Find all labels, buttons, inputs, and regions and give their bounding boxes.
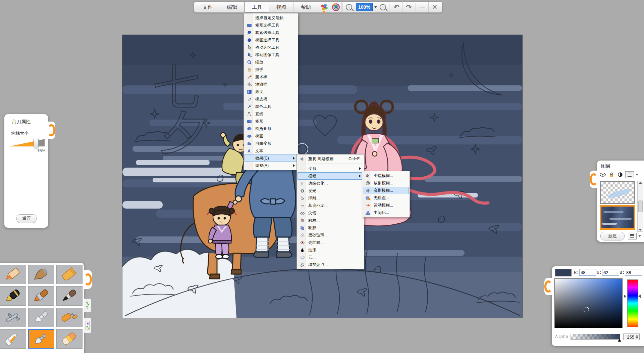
layer-options-menu-button[interactable] [625, 171, 634, 178]
zoom-dropdown-caret[interactable] [374, 6, 377, 8]
brush-mode-icon[interactable] [318, 2, 330, 12]
reset-button[interactable]: 重置 [16, 214, 37, 223]
menu-item-emboss[interactable]: 浮雕... [298, 194, 363, 202]
menu-item-move-image-tool[interactable]: 移动图像工具 [245, 51, 297, 58]
redo-button[interactable]: ↷ [403, 2, 415, 12]
slider-handle[interactable] [34, 138, 39, 148]
brush-wood-pen[interactable] [28, 265, 54, 284]
undo-button[interactable]: ↶ [390, 2, 403, 12]
menu-item-median[interactable]: 中间化... [363, 209, 409, 216]
menu-item-blur-submenu[interactable]: 模糊 [298, 172, 363, 180]
layer-thumbnail-sky-selected[interactable] [600, 205, 635, 230]
brush-ink-brush[interactable] [56, 286, 83, 306]
menu-button-edit[interactable]: 编辑 [220, 2, 245, 12]
hue-marker-right[interactable] [638, 295, 641, 298]
brush-pencil[interactable] [0, 265, 26, 284]
scroll-up-arrow[interactable] [639, 182, 642, 184]
menu-item-zoom-tool[interactable]: 缩放 [245, 58, 297, 66]
minimize-button[interactable]: — [416, 2, 429, 12]
brush-paint-roller[interactable] [56, 308, 83, 327]
menu-button-help[interactable]: 帮助 [294, 2, 318, 12]
palette-collapse-handle[interactable] [84, 270, 92, 289]
brush-scraper[interactable] [28, 329, 54, 349]
brush-palette-knife[interactable] [28, 308, 54, 327]
hue-bar[interactable] [627, 279, 638, 327]
layer-visibility-eye-icon[interactable] [599, 172, 606, 178]
menu-item-ellipse-select-tool[interactable]: 椭圆选择工具 [245, 36, 297, 44]
brush-airbrush[interactable] [0, 308, 26, 327]
green-input[interactable] [602, 269, 619, 276]
brush-fountain-pen[interactable] [0, 286, 26, 306]
menu-item-move-selection-tool[interactable]: 移动选区工具 [245, 44, 297, 51]
scrollbar-thumb[interactable] [638, 201, 643, 212]
menu-item-motion-blur[interactable]: 运动模糊... [363, 202, 409, 209]
brush-paint-tube[interactable] [0, 329, 26, 349]
alpha-marker[interactable] [618, 339, 621, 342]
menu-item-eraser-tool[interactable]: 橡皮擦 [245, 95, 297, 103]
hue-marker-left[interactable] [624, 295, 626, 298]
menu-item-remove-red-eye[interactable]: 去红眼... [298, 239, 363, 246]
layers-bottom-menu-button[interactable] [628, 233, 637, 239]
menu-item-clouds[interactable]: 云... [298, 254, 363, 261]
alpha-input[interactable] [624, 334, 635, 340]
menu-item-sharpen[interactable]: 尖锐... [298, 209, 363, 217]
plant-brush-button[interactable] [84, 298, 91, 312]
layer-thumbnail-top[interactable] [600, 181, 635, 204]
menu-item-edge-enhance[interactable]: 边缘强化... [298, 180, 363, 187]
sticker-brush-button[interactable] [84, 318, 91, 333]
palette-mode-icon[interactable] [330, 2, 342, 12]
menu-item-ellipse-tool[interactable]: 椭圆 [245, 132, 297, 140]
red-input[interactable] [579, 269, 596, 276]
menu-item-bas-relief[interactable]: 基底凸现... [298, 202, 363, 209]
layer-options-caret[interactable] [636, 174, 638, 176]
menu-item-contour[interactable]: 轮廓... [298, 224, 363, 231]
brush-crayon[interactable] [56, 265, 83, 284]
menu-item-rounded-rectangle-tool[interactable]: 圆角矩形 [245, 125, 297, 132]
menu-item-repeat-gaussian-blur[interactable]: 重复 高斯模糊Ctrl+F [298, 155, 363, 163]
brush-size-slider[interactable] [9, 139, 45, 146]
panel-collapse-handle[interactable] [47, 122, 55, 139]
color-picker-collapse-handle[interactable] [544, 278, 552, 295]
menu-item-glow[interactable]: 发光... [298, 187, 363, 194]
menu-item-hand-tool[interactable]: 抓手 [245, 66, 297, 73]
alpha-down-arrow[interactable] [636, 337, 638, 339]
blue-input[interactable] [625, 269, 642, 276]
saturation-value-square[interactable] [554, 278, 623, 328]
menu-item-rectangle-tool[interactable]: 矩形 [245, 118, 297, 125]
layers-bottom-caret[interactable] [638, 235, 641, 237]
menu-item-free-transform-tool[interactable]: 自由变形 [245, 140, 297, 147]
menu-item-defocus[interactable]: 无焦点... [363, 194, 409, 202]
menu-item-paint[interactable]: 油漆... [298, 246, 363, 254]
menu-item-magic-wand-tool[interactable]: 魔术棒 [245, 73, 297, 81]
menu-item-gradient-tool[interactable]: 渐变 [245, 88, 297, 95]
menu-item-select-custom-brush[interactable]: 选择自定义笔触 [245, 14, 297, 21]
zoom-in-button[interactable]: + [377, 2, 389, 12]
menu-item-color-picker-tool[interactable]: 取色工具 [245, 103, 297, 110]
menu-item-frosted-glass[interactable]: 磨砂玻璃... [298, 231, 363, 239]
layer-opacity-icon[interactable] [616, 172, 624, 178]
menu-item-line-tool[interactable]: 直线 [245, 110, 297, 118]
brush-eraser[interactable] [56, 329, 83, 349]
layer-lock-icon[interactable] [608, 172, 615, 178]
layers-scrollbar[interactable] [637, 181, 643, 232]
zoom-level-combo[interactable]: 100% [355, 2, 377, 12]
menu-button-tools[interactable]: 工具 [245, 2, 269, 12]
zoom-level-value[interactable]: 100% [356, 3, 373, 11]
menu-button-file[interactable]: 文件 [196, 2, 220, 12]
menu-item-add-noise[interactable]: 增加杂点... [298, 261, 363, 268]
menu-item-grain[interactable]: 颗粒... [298, 217, 363, 224]
menu-item-paint-bucket-tool[interactable]: 油漆桶 [245, 81, 297, 88]
menu-item-radial-blur[interactable]: 放射模糊... [363, 179, 409, 187]
alpha-slider[interactable] [571, 334, 620, 340]
menu-item-effects-submenu[interactable]: 效果(C) [245, 155, 297, 162]
new-layer-button[interactable]: 新建 [600, 232, 625, 240]
brush-paint-brush[interactable] [28, 286, 54, 306]
scroll-down-arrow[interactable] [639, 229, 642, 231]
menu-item-lasso-select-tool[interactable]: 套索选择工具 [245, 29, 297, 36]
menu-item-rect-select-tool[interactable]: 矩形选择工具 [245, 21, 297, 29]
color-cursor[interactable] [584, 307, 589, 312]
alpha-up-arrow[interactable] [636, 335, 638, 337]
menu-item-adjust-submenu[interactable]: 调整(A) [245, 162, 297, 169]
menu-item-zoom-blur[interactable]: 变焦模糊... [363, 172, 409, 179]
menu-button-view[interactable]: 视图 [269, 2, 294, 12]
